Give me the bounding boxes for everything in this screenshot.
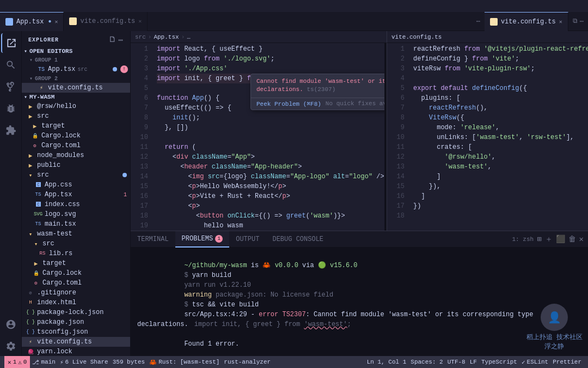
tree-lib-rs[interactable]: RS lib.rs xyxy=(22,249,130,258)
folder-icon-node-modules: ▶ xyxy=(26,151,35,160)
open-editor-vite-config[interactable]: ⚡ vite.config.ts xyxy=(22,83,130,93)
tree-target[interactable]: ▶ target xyxy=(22,121,130,131)
status-language[interactable]: TypeScript xyxy=(479,356,519,368)
tree-rsw-hello[interactable]: ▶ @rsw/hello xyxy=(22,101,130,111)
line-numbers-right: 12345 678910 1112131415 161718 xyxy=(387,43,409,231)
tab-app-tsx[interactable]: App.tsx ● ✕ xyxy=(0,12,64,31)
terminal-content[interactable]: ~/github/my-wasm is 🦀 v0.0.0 via 🟢 v15.6… xyxy=(131,248,588,356)
group1-header[interactable]: ▾ GROUP 1 xyxy=(22,56,130,64)
tab-actions: ⋯ xyxy=(472,17,485,26)
group2-label: GROUP 2 xyxy=(35,76,58,82)
tab-more-icon[interactable]: ⋯ xyxy=(476,17,480,26)
tree-src-main-label: src xyxy=(37,171,49,179)
file-icon-app-css: 🅲 xyxy=(34,180,42,189)
group2-header[interactable]: ▾ GROUP 2 xyxy=(22,74,130,83)
status-bar: ✕ 1 ⚠ 0 ⎇ main ⚡ 6 Live Share 359 bytes … xyxy=(0,356,588,368)
tab-vite-config-right[interactable]: vite.config.ts ✕ xyxy=(485,12,568,31)
problems-badge: 1 xyxy=(215,235,223,243)
sidebar-header: EXPLORER 🗋 ⋯ xyxy=(22,31,130,47)
status-liveshare[interactable]: ⚡ 6 Live Share xyxy=(58,356,111,368)
tree-cargo-toml[interactable]: ⚙ Cargo.toml xyxy=(22,141,130,150)
file-icon-wasm-cargo-toml: ⚙ xyxy=(32,279,40,287)
tab-problems[interactable]: PROBLEMS 1 xyxy=(175,231,230,248)
status-eslint[interactable]: ✓ ESLint xyxy=(519,356,550,368)
terminal-add-icon[interactable]: ＋ xyxy=(545,234,553,244)
tree-index-css[interactable]: 🅲 index.css xyxy=(22,200,130,209)
tree-logo-svg[interactable]: SVG logo.svg xyxy=(22,209,130,219)
section-my-wasm[interactable]: ▾ MY-WASM xyxy=(22,93,130,101)
activity-explorer[interactable] xyxy=(1,33,21,53)
status-position[interactable]: Ln 1, Col 1 xyxy=(365,356,409,368)
terminal-split-icon[interactable]: ⊞ xyxy=(537,234,541,244)
tree-pkg-json[interactable]: { } package.json xyxy=(22,317,130,327)
tree-vite-config-sidebar[interactable]: ⚡ vite.config.ts xyxy=(22,337,130,347)
status-errors[interactable]: ✕ 1 ⚠ 0 xyxy=(4,356,30,368)
right-editor[interactable]: 12345 678910 1112131415 161718 reactRefr… xyxy=(387,43,588,231)
open-editor-app-tsx[interactable]: TS App.tsx src ! xyxy=(22,64,130,74)
tree-src-top[interactable]: ▶ src xyxy=(22,111,130,121)
terminal-close-icon[interactable]: ✕ xyxy=(579,234,584,244)
status-encoding[interactable]: UTF-8 xyxy=(445,356,468,368)
breadcrumb-sep1: › xyxy=(148,34,152,40)
tree-wasm-src[interactable]: ▾ src xyxy=(22,239,130,249)
tree-wasm-test[interactable]: ▾ wasm-test xyxy=(22,229,130,239)
tree-wasm-target[interactable]: ▶ target xyxy=(22,258,130,268)
tree-tsconfig[interactable]: { } tsconfig.json xyxy=(22,327,130,337)
tree-index-html[interactable]: H index.html xyxy=(22,298,130,307)
tree-public[interactable]: ▶ public xyxy=(22,160,130,170)
folder-icon-src-main: ▾ xyxy=(26,171,35,179)
tree-pkg-lock[interactable]: { } package-lock.json xyxy=(22,307,130,317)
tree-cargo-lock-label: Cargo.lock xyxy=(41,132,81,140)
split-editor-icon[interactable]: ⧉ xyxy=(573,17,578,25)
activity-debug[interactable] xyxy=(1,99,21,118)
activity-search[interactable] xyxy=(1,55,21,75)
status-spaces[interactable]: Spaces: 2 xyxy=(408,356,445,368)
tab-close-vite-right[interactable]: ✕ xyxy=(559,19,562,25)
activity-accounts[interactable] xyxy=(1,315,21,334)
tree-app-tsx[interactable]: TS App.tsx 1 xyxy=(22,190,130,200)
activity-extensions[interactable] xyxy=(1,120,21,140)
code-content-left: import React, { useEffect } import logo … xyxy=(152,43,384,231)
terminal-trash-icon[interactable]: 🗑 xyxy=(568,235,576,244)
status-rust-analyzer[interactable]: rust-analyzer xyxy=(222,356,273,368)
left-code-lines: 12345 678910 1112131415 1617181920 21222… xyxy=(131,43,384,231)
activity-settings[interactable] xyxy=(1,336,21,356)
folder-icon-wasm-test: ▾ xyxy=(26,230,35,238)
tree-app-css[interactable]: 🅲 App.css xyxy=(22,180,130,190)
tab-close-app-tsx[interactable]: ✕ xyxy=(54,19,58,25)
tree-wasm-cargo-lock[interactable]: 🔒 Cargo.lock xyxy=(22,268,130,278)
status-prettier[interactable]: Prettier xyxy=(550,356,584,368)
tab-icon-vite xyxy=(69,17,77,25)
activity-git[interactable] xyxy=(1,77,21,96)
terminal-maximize-icon[interactable]: ⬛ xyxy=(556,234,565,244)
more-actions-icon[interactable]: ⋯ xyxy=(580,17,584,26)
tree-index-html-label: index.html xyxy=(37,299,76,306)
status-bytes: 359 bytes xyxy=(111,356,147,368)
tab-debug-console[interactable]: DEBUG CONSOLE xyxy=(266,231,330,248)
tab-close-vite[interactable]: ✕ xyxy=(138,18,142,25)
tree-src-main[interactable]: ▾ src xyxy=(22,170,130,180)
tooltip-peek-problem[interactable]: Peek Problem (⌘F8) xyxy=(256,100,321,107)
status-branch[interactable]: ⎇ main xyxy=(30,356,57,368)
tree-wasm-cargo-toml[interactable]: ⚙ Cargo.toml xyxy=(22,278,130,288)
status-rust[interactable]: 🦀 Rust: [wasm-test] xyxy=(147,356,222,368)
tree-cargo-lock[interactable]: 🔒 Cargo.lock xyxy=(22,131,130,141)
folder-icon-wasm-target: ▶ xyxy=(32,259,40,268)
sidebar-content: ▾ OPEN EDITORS ▾ GROUP 1 TS App.tsx src … xyxy=(22,47,130,356)
tree-gitignore[interactable]: ⊘ .gitignore xyxy=(22,288,130,298)
left-editor[interactable]: 12345 678910 1112131415 1617181920 21222… xyxy=(131,43,384,231)
tab-icon-vite-right xyxy=(490,18,498,26)
tree-node-modules[interactable]: ▶ node_modules xyxy=(22,150,130,160)
file-icon-cargo-lock: 🔒 xyxy=(30,131,39,140)
status-line-ending[interactable]: LF xyxy=(468,356,479,368)
tab-vite-config[interactable]: vite.config.ts ✕ xyxy=(64,12,148,31)
tab-terminal[interactable]: TERMINAL xyxy=(131,231,175,248)
new-file-icon[interactable]: 🗋 xyxy=(108,35,117,45)
section-open-editors[interactable]: ▾ OPEN EDITORS xyxy=(22,47,130,56)
tree-main-tsx[interactable]: TS main.tsx xyxy=(22,219,130,229)
breadcrumb-right-file: vite.config.ts xyxy=(391,34,442,40)
breadcrumb-file: App.tsx xyxy=(154,34,179,40)
tree-yarn-lock[interactable]: 🧶 yarn.lock xyxy=(22,347,130,356)
collapse-icon[interactable]: ⋯ xyxy=(119,35,124,45)
tab-output[interactable]: OUTPUT xyxy=(229,231,266,248)
